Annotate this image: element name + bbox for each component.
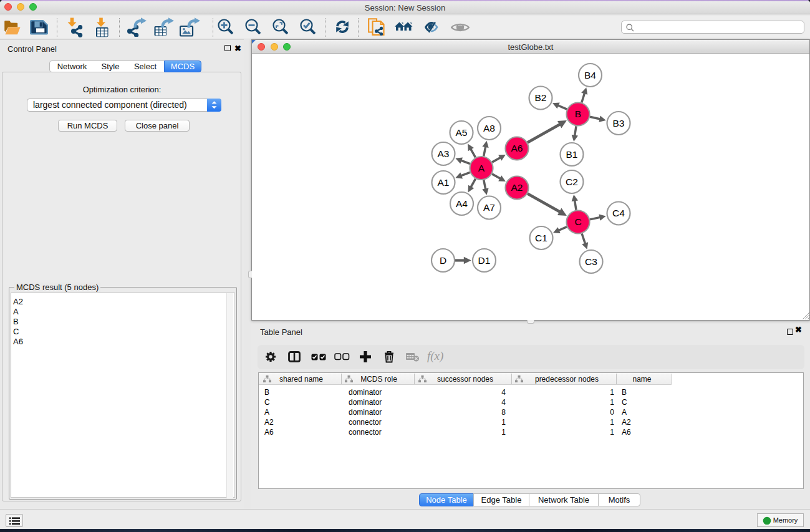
svg-text:B3: B3	[613, 118, 625, 128]
svg-text:A1: A1	[438, 177, 450, 188]
svg-text:B4: B4	[584, 70, 596, 80]
svg-text:B2: B2	[535, 92, 547, 103]
svg-text:A4: A4	[456, 198, 468, 209]
svg-text:A2: A2	[511, 182, 523, 193]
svg-text:A7: A7	[483, 202, 495, 213]
svg-text:B: B	[575, 109, 581, 119]
svg-text:A6: A6	[511, 143, 523, 153]
svg-text:A5: A5	[456, 127, 468, 138]
svg-text:D: D	[440, 255, 446, 266]
svg-text:C1: C1	[535, 233, 547, 243]
svg-text:B1: B1	[566, 149, 578, 160]
svg-text:C3: C3	[585, 256, 597, 267]
svg-text:A3: A3	[438, 148, 450, 159]
svg-text:A8: A8	[483, 123, 495, 133]
svg-text:C4: C4	[612, 208, 625, 218]
svg-text:C2: C2	[566, 177, 578, 187]
svg-text:D1: D1	[478, 255, 491, 266]
svg-text:C: C	[574, 216, 581, 227]
svg-text:A: A	[478, 163, 485, 173]
